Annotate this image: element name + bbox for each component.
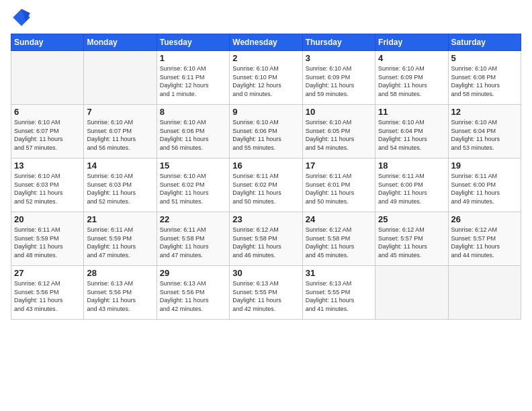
calendar-cell: 3Sunrise: 6:10 AMSunset: 6:09 PMDaylight… [302,51,375,105]
day-info: Sunrise: 6:10 AMSunset: 6:02 PMDaylight:… [160,172,226,205]
calendar-cell: 22Sunrise: 6:11 AMSunset: 5:58 PMDayligh… [157,212,229,266]
day-number: 26 [451,214,518,224]
header [11,7,521,28]
calendar-cell: 24Sunrise: 6:12 AMSunset: 5:58 PMDayligh… [302,212,375,266]
day-number: 13 [14,161,81,171]
day-number: 20 [14,214,81,224]
day-info: Sunrise: 6:11 AMSunset: 6:00 PMDaylight:… [378,172,445,205]
day-number: 5 [451,53,518,63]
day-info: Sunrise: 6:12 AMSunset: 5:57 PMDaylight:… [451,226,518,259]
calendar-cell: 26Sunrise: 6:12 AMSunset: 5:57 PMDayligh… [448,212,521,266]
day-number: 10 [306,107,372,117]
calendar-cell: 25Sunrise: 6:12 AMSunset: 5:57 PMDayligh… [375,212,448,266]
calendar-cell: 27Sunrise: 6:12 AMSunset: 5:56 PMDayligh… [11,266,84,320]
day-info: Sunrise: 6:10 AMSunset: 6:10 PMDaylight:… [232,64,299,98]
calendar-cell: 4Sunrise: 6:10 AMSunset: 6:09 PMDaylight… [375,51,448,105]
day-info: Sunrise: 6:11 AMSunset: 6:02 PMDaylight:… [232,172,299,205]
day-number: 22 [160,214,226,224]
calendar-cell: 8Sunrise: 6:10 AMSunset: 6:06 PMDaylight… [157,105,229,158]
calendar-cell: 1Sunrise: 6:10 AMSunset: 6:11 PMDaylight… [157,51,229,105]
day-info: Sunrise: 6:10 AMSunset: 6:06 PMDaylight:… [160,118,226,152]
day-info: Sunrise: 6:10 AMSunset: 6:08 PMDaylight:… [451,64,518,98]
day-number: 4 [378,53,445,63]
day-number: 24 [306,214,372,224]
day-number: 16 [232,161,299,171]
calendar-header-tuesday: Tuesday [157,34,229,51]
day-number: 23 [232,214,299,224]
calendar-week-row: 27Sunrise: 6:12 AMSunset: 5:56 PMDayligh… [11,266,521,320]
calendar-header-wednesday: Wednesday [230,34,302,51]
day-number: 21 [87,214,153,224]
calendar-cell: 17Sunrise: 6:11 AMSunset: 6:01 PMDayligh… [302,158,375,212]
calendar-cell: 30Sunrise: 6:13 AMSunset: 5:55 PMDayligh… [230,266,302,320]
calendar-cell: 20Sunrise: 6:11 AMSunset: 5:59 PMDayligh… [11,212,84,266]
calendar: SundayMondayTuesdayWednesdayThursdayFrid… [11,34,521,320]
calendar-cell: 15Sunrise: 6:10 AMSunset: 6:02 PMDayligh… [157,158,229,212]
day-info: Sunrise: 6:10 AMSunset: 6:03 PMDaylight:… [87,172,153,205]
day-info: Sunrise: 6:10 AMSunset: 6:09 PMDaylight:… [306,64,372,98]
calendar-week-row: 6Sunrise: 6:10 AMSunset: 6:07 PMDaylight… [11,105,521,158]
day-info: Sunrise: 6:11 AMSunset: 5:59 PMDaylight:… [14,226,81,259]
calendar-cell: 5Sunrise: 6:10 AMSunset: 6:08 PMDaylight… [448,51,521,105]
calendar-cell: 23Sunrise: 6:12 AMSunset: 5:58 PMDayligh… [230,212,302,266]
day-number: 11 [378,107,445,117]
calendar-week-row: 1Sunrise: 6:10 AMSunset: 6:11 PMDaylight… [11,51,521,105]
day-number: 25 [378,214,445,224]
calendar-header-row: SundayMondayTuesdayWednesdayThursdayFrid… [11,34,521,51]
day-info: Sunrise: 6:10 AMSunset: 6:07 PMDaylight:… [87,118,153,152]
calendar-cell: 9Sunrise: 6:10 AMSunset: 6:06 PMDaylight… [230,105,302,158]
day-number: 29 [160,268,226,278]
day-info: Sunrise: 6:10 AMSunset: 6:09 PMDaylight:… [378,64,445,98]
day-info: Sunrise: 6:13 AMSunset: 5:56 PMDaylight:… [160,279,226,313]
day-info: Sunrise: 6:12 AMSunset: 5:58 PMDaylight:… [232,226,299,259]
calendar-cell: 10Sunrise: 6:10 AMSunset: 6:05 PMDayligh… [302,105,375,158]
day-number: 7 [87,107,153,117]
calendar-cell [448,266,521,320]
day-info: Sunrise: 6:10 AMSunset: 6:03 PMDaylight:… [14,172,81,205]
day-info: Sunrise: 6:11 AMSunset: 6:00 PMDaylight:… [451,172,518,205]
calendar-cell: 21Sunrise: 6:11 AMSunset: 5:59 PMDayligh… [84,212,157,266]
calendar-week-row: 13Sunrise: 6:10 AMSunset: 6:03 PMDayligh… [11,158,521,212]
calendar-cell: 7Sunrise: 6:10 AMSunset: 6:07 PMDaylight… [84,105,157,158]
logo-icon [11,7,32,28]
day-number: 3 [306,53,372,63]
day-number: 18 [378,161,445,171]
day-number: 6 [14,107,81,117]
day-info: Sunrise: 6:10 AMSunset: 6:06 PMDaylight:… [232,118,299,152]
calendar-cell [84,51,157,105]
calendar-header-sunday: Sunday [11,34,84,51]
day-info: Sunrise: 6:12 AMSunset: 5:58 PMDaylight:… [306,226,372,259]
day-number: 9 [232,107,299,117]
day-info: Sunrise: 6:10 AMSunset: 6:04 PMDaylight:… [378,118,445,152]
calendar-cell: 11Sunrise: 6:10 AMSunset: 6:04 PMDayligh… [375,105,448,158]
day-info: Sunrise: 6:13 AMSunset: 5:55 PMDaylight:… [306,279,372,313]
calendar-header-saturday: Saturday [448,34,521,51]
day-number: 17 [306,161,372,171]
day-info: Sunrise: 6:11 AMSunset: 5:59 PMDaylight:… [87,226,153,259]
day-number: 15 [160,161,226,171]
day-info: Sunrise: 6:10 AMSunset: 6:04 PMDaylight:… [451,118,518,152]
calendar-header-thursday: Thursday [302,34,375,51]
page: SundayMondayTuesdayWednesdayThursdayFrid… [0,0,532,411]
day-number: 31 [306,268,372,278]
calendar-cell: 18Sunrise: 6:11 AMSunset: 6:00 PMDayligh… [375,158,448,212]
day-info: Sunrise: 6:10 AMSunset: 6:05 PMDaylight:… [306,118,372,152]
day-info: Sunrise: 6:11 AMSunset: 6:01 PMDaylight:… [306,172,372,205]
day-number: 30 [232,268,299,278]
logo [11,7,34,28]
calendar-cell: 2Sunrise: 6:10 AMSunset: 6:10 PMDaylight… [230,51,302,105]
calendar-cell [11,51,84,105]
calendar-week-row: 20Sunrise: 6:11 AMSunset: 5:59 PMDayligh… [11,212,521,266]
day-number: 8 [160,107,226,117]
day-number: 12 [451,107,518,117]
calendar-cell: 13Sunrise: 6:10 AMSunset: 6:03 PMDayligh… [11,158,84,212]
calendar-header-monday: Monday [84,34,157,51]
day-info: Sunrise: 6:12 AMSunset: 5:56 PMDaylight:… [14,279,81,313]
calendar-cell: 31Sunrise: 6:13 AMSunset: 5:55 PMDayligh… [302,266,375,320]
day-number: 1 [160,53,226,63]
calendar-cell: 29Sunrise: 6:13 AMSunset: 5:56 PMDayligh… [157,266,229,320]
day-number: 19 [451,161,518,171]
day-number: 27 [14,268,81,278]
calendar-cell [375,266,448,320]
calendar-header-friday: Friday [375,34,448,51]
